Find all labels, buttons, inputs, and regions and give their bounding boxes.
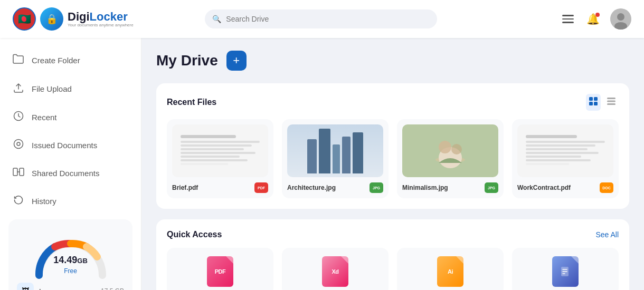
svg-rect-12 xyxy=(607,98,615,99)
storage-file-row: 🖼 Images 17.5 GB xyxy=(17,279,124,290)
page-title: My Drive xyxy=(156,52,218,69)
quick-icon-ai: Ai xyxy=(437,256,463,287)
sidebar-item-create-folder[interactable]: Create Folder xyxy=(0,46,141,74)
file-footer-workcontract: WorkContract.pdf DOC xyxy=(517,182,613,193)
sidebar-item-create-folder-label: Create Folder xyxy=(32,56,80,65)
search-input[interactable] xyxy=(205,9,437,28)
quick-card-doc[interactable] xyxy=(512,248,619,290)
quick-access-section: Quick Access See All PDF Xd Ai xyxy=(156,219,629,290)
quick-card-xd[interactable]: Xd xyxy=(282,248,389,290)
svg-rect-7 xyxy=(20,168,24,176)
file-thumb-minimalism xyxy=(402,124,498,177)
storage-gauge-text: 14.49GB Free xyxy=(53,255,88,275)
quick-access-title: Quick Access xyxy=(167,230,222,239)
quick-files-grid: PDF Xd Ai xyxy=(167,248,619,290)
list-view-button[interactable] xyxy=(604,94,619,111)
file-footer-architecture: Architecture.jpg JPG xyxy=(287,182,383,193)
storage-unit: GB xyxy=(77,257,88,265)
page-header: My Drive + xyxy=(156,51,629,71)
svg-rect-10 xyxy=(589,102,593,105)
logo-flag-icon: 🇧🇩 xyxy=(13,7,36,31)
notification-button[interactable]: 🔔 xyxy=(586,13,600,25)
file-card-minimalism[interactable]: Minimalism.jpg JPG xyxy=(397,119,504,198)
sidebar-item-issued-documents[interactable]: Issued Documents xyxy=(0,131,141,159)
file-name-architecture: Architecture.jpg xyxy=(287,184,336,191)
view-toggle xyxy=(586,94,619,111)
header-actions: 🔔 xyxy=(560,8,631,30)
menu-button[interactable] xyxy=(560,13,576,25)
file-thumb-architecture xyxy=(287,124,383,177)
file-name-brief: Brief.pdf xyxy=(172,184,198,191)
sidebar-item-recent[interactable]: Recent xyxy=(0,103,141,131)
storage-gauge: 14.49GB Free xyxy=(29,228,113,275)
svg-point-1 xyxy=(617,13,624,21)
file-card-brief[interactable]: Brief.pdf PDF xyxy=(167,119,273,198)
svg-rect-14 xyxy=(607,103,615,105)
storage-free-label: Free xyxy=(64,267,77,275)
file-badge-workcontract: DOC xyxy=(600,182,613,193)
history-icon xyxy=(13,195,24,208)
svg-rect-9 xyxy=(594,97,598,101)
svg-rect-13 xyxy=(607,101,615,102)
images-type-size: 17.5 GB xyxy=(101,287,124,290)
recent-files-title: Recent Files xyxy=(167,98,216,107)
svg-point-5 xyxy=(17,142,20,146)
sidebar-item-shared-documents[interactable]: Shared Documents xyxy=(0,159,141,187)
file-name-workcontract: WorkContract.pdf xyxy=(517,184,571,191)
file-footer-brief: Brief.pdf PDF xyxy=(172,182,268,193)
recent-icon xyxy=(13,111,24,124)
shared-documents-icon xyxy=(13,167,24,180)
svg-rect-8 xyxy=(589,97,593,101)
create-folder-icon xyxy=(13,54,24,67)
quick-icon-xd: Xd xyxy=(322,256,348,287)
file-badge-minimalism: JPG xyxy=(485,182,498,193)
recent-files-header: Recent Files xyxy=(167,94,619,111)
issued-documents-icon xyxy=(13,139,24,152)
sidebar-item-issued-documents-label: Issued Documents xyxy=(32,141,97,150)
sidebar-nav: Create Folder File Upload xyxy=(0,46,141,215)
sidebar: Create Folder File Upload xyxy=(0,38,141,290)
quick-card-pdf[interactable]: PDF xyxy=(167,248,273,290)
main-content: My Drive + Recent Files xyxy=(141,38,644,290)
avatar[interactable] xyxy=(610,8,631,30)
recent-files-grid: Brief.pdf PDF xyxy=(167,119,619,198)
sidebar-item-shared-documents-label: Shared Documents xyxy=(32,169,99,178)
add-button[interactable]: + xyxy=(226,51,247,71)
recent-files-section: Recent Files xyxy=(156,83,629,209)
quick-icon-doc xyxy=(552,256,579,287)
search-bar: 🔍 xyxy=(205,9,437,28)
storage-widget: 14.49GB Free 🖼 Images 17.5 GB xyxy=(8,219,132,290)
grid-view-button[interactable] xyxy=(586,94,601,111)
quick-card-ai[interactable]: Ai xyxy=(397,248,504,290)
file-badge-brief: PDF xyxy=(254,182,268,193)
sidebar-item-history[interactable]: History xyxy=(0,187,141,215)
logo-tagline: Your documents anytime anywhere xyxy=(68,23,134,28)
header: 🇧🇩 🔒 Digi Locker Your documents anytime … xyxy=(0,0,644,38)
sidebar-item-file-upload[interactable]: File Upload xyxy=(0,74,141,103)
file-badge-architecture: JPG xyxy=(370,182,383,193)
logo-digi: Digi xyxy=(68,11,90,23)
see-all-button[interactable]: See All xyxy=(595,230,619,239)
notification-dot xyxy=(595,13,600,17)
body-wrap: Create Folder File Upload xyxy=(0,38,644,290)
logo-lock-icon: 🔒 xyxy=(40,7,63,31)
logo-area: 🇧🇩 🔒 Digi Locker Your documents anytime … xyxy=(13,7,139,31)
svg-rect-11 xyxy=(594,102,598,105)
file-card-architecture[interactable]: Architecture.jpg JPG xyxy=(282,119,389,198)
file-thumb-workcontract xyxy=(517,124,613,177)
svg-point-17 xyxy=(439,141,451,153)
sidebar-item-recent-label: Recent xyxy=(32,113,57,122)
sidebar-item-file-upload-label: File Upload xyxy=(32,84,72,93)
file-upload-icon xyxy=(13,82,24,96)
file-card-workcontract[interactable]: WorkContract.pdf DOC xyxy=(512,119,619,198)
file-name-minimalism: Minimalism.jpg xyxy=(402,184,448,191)
images-type-icon: 🖼 xyxy=(17,283,34,290)
quick-icon-pdf: PDF xyxy=(207,256,233,287)
logo-text: Digi Locker Your documents anytime anywh… xyxy=(68,11,134,28)
svg-point-18 xyxy=(451,144,462,154)
quick-access-header: Quick Access See All xyxy=(167,230,619,239)
storage-files: 🖼 Images 17.5 GB xyxy=(17,279,124,290)
search-icon: 🔍 xyxy=(212,15,221,23)
svg-rect-6 xyxy=(13,168,17,176)
images-type-name: Images xyxy=(39,287,96,291)
